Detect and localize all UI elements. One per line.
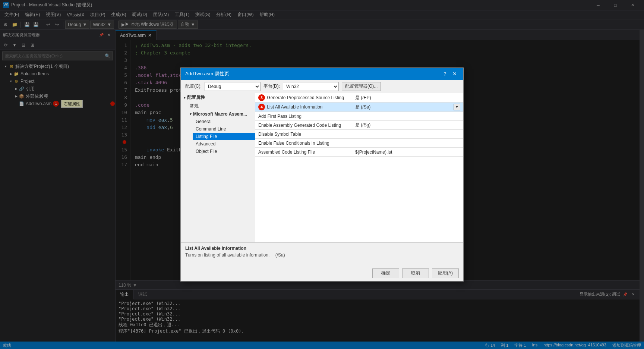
prop-name-5: Disable Symbol Table xyxy=(255,131,352,138)
platform-label: 平台(D): xyxy=(263,83,280,89)
prop-name-2: 4 List All Available Information xyxy=(255,103,352,111)
properties-dialog: AddTwo.asm 属性页 ? ✕ 配置(C): Debug Release … xyxy=(180,67,464,282)
modal-footer: 确定 取消 应用(A) xyxy=(181,265,463,281)
prop-name-4: Enable Assembly Generated Code Listing xyxy=(255,122,352,129)
prop-name-7: Assembled Code Listing File xyxy=(255,148,352,156)
config-mgr-btn[interactable]: 配置管理器(O)... xyxy=(342,82,381,91)
modal-toolbar: 配置(C): Debug Release 平台(D): Win32 x64 配置… xyxy=(181,80,463,93)
prop-row-6[interactable]: Enable False Conditionals In Listing xyxy=(255,139,463,148)
modal-tree: ▾ 配置属性 常规 ▾ Microsoft Macro Assem... Gen… xyxy=(181,93,255,242)
modal-description: List All Available Information Turns on … xyxy=(181,242,463,265)
tree-masm[interactable]: ▾ Microsoft Macro Assem... xyxy=(187,110,255,118)
ok-btn[interactable]: 确定 xyxy=(372,268,399,278)
tree-cmdline[interactable]: Command Line xyxy=(193,125,255,133)
apply-btn[interactable]: 应用(A) xyxy=(432,268,459,278)
modal-title-bar: AddTwo.asm 属性页 ? ✕ xyxy=(181,68,463,80)
tree-general[interactable]: 常规 xyxy=(187,102,255,110)
config-label: 配置(C): xyxy=(185,83,202,89)
prop-name-1: 3 Generate Preprocessed Source Listing xyxy=(255,93,352,102)
prop-row-5[interactable]: Disable Symbol Table xyxy=(255,130,463,139)
tree-config-properties[interactable]: ▾ 配置属性 xyxy=(181,93,255,102)
tree-masm-general[interactable]: General xyxy=(193,118,255,125)
modal-overlay: AddTwo.asm 属性页 ? ✕ 配置(C): Debug Release … xyxy=(0,0,644,349)
prop-val-1: 是 (/EP) xyxy=(352,94,463,102)
tree-object-file[interactable]: Object File xyxy=(193,148,255,155)
prop-row-2[interactable]: 4 List All Available Information 是 (/Sa)… xyxy=(255,103,463,112)
prop-dropdown-2[interactable]: ▼ xyxy=(454,104,460,110)
modal-help-btn[interactable]: ? xyxy=(441,70,449,78)
prop-row-3[interactable]: Add First Pass Listing xyxy=(255,112,463,121)
prop-row-4[interactable]: Enable Assembly Generated Code Listing 是… xyxy=(255,121,463,130)
platform-select[interactable]: Win32 x64 xyxy=(283,82,339,91)
desc-text: Turns on listing of all available inform… xyxy=(185,252,459,258)
modal-properties: 3 Generate Preprocessed Source Listing 是… xyxy=(255,93,463,242)
tree-advanced[interactable]: Advanced xyxy=(193,140,255,148)
prop-val-7: $(ProjectName).lst xyxy=(352,148,463,156)
prop-val-5 xyxy=(352,133,463,135)
modal-body: ▾ 配置属性 常规 ▾ Microsoft Macro Assem... Gen… xyxy=(181,93,463,242)
prop-val-2: 是 (/Sa) ▼ xyxy=(352,103,463,111)
prop-row-7[interactable]: Assembled Code Listing File $(ProjectNam… xyxy=(255,148,463,157)
modal-title-btns: ? ✕ xyxy=(441,70,459,78)
prop-val-3 xyxy=(352,115,463,117)
prop-name-6: Enable False Conditionals In Listing xyxy=(255,139,352,147)
desc-title: List All Available Information xyxy=(185,246,459,251)
prop-name-3: Add First Pass Listing xyxy=(255,113,352,120)
cancel-btn[interactable]: 取消 xyxy=(402,268,429,278)
tree-listing-file[interactable]: Listing File xyxy=(193,133,255,140)
prop-val-4: 是 (/Sg) xyxy=(352,121,463,129)
modal-title-text: AddTwo.asm 属性页 xyxy=(185,70,441,77)
config-select[interactable]: Debug Release xyxy=(205,82,261,91)
prop-row-1[interactable]: 3 Generate Preprocessed Source Listing 是… xyxy=(255,93,463,103)
prop-val-6 xyxy=(352,142,463,144)
modal-close-btn[interactable]: ✕ xyxy=(451,70,459,78)
